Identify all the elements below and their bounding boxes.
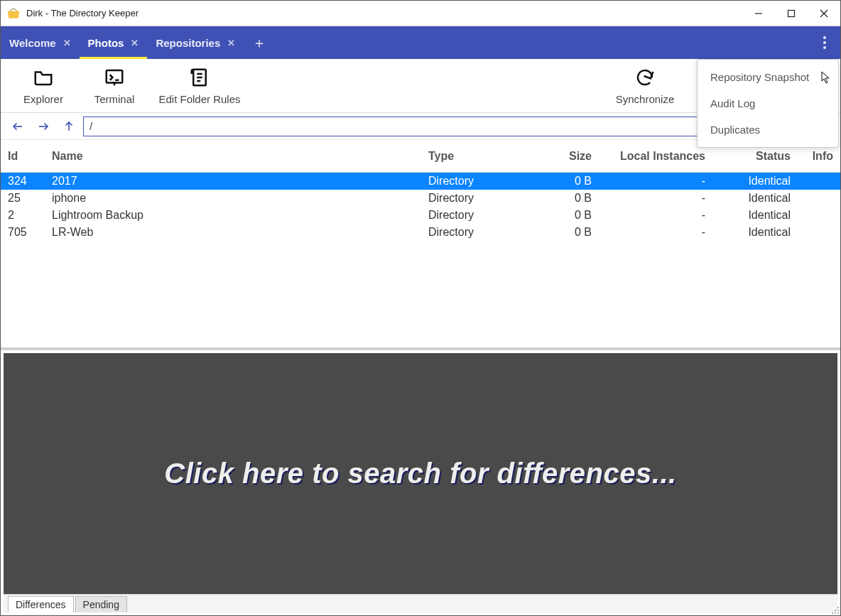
svg-rect-7 bbox=[107, 70, 123, 83]
svg-point-22 bbox=[835, 610, 836, 611]
toolbar-label: Edit Folder Rules bbox=[158, 93, 240, 105]
cell-name: 2017 bbox=[52, 175, 428, 188]
col-local-instances[interactable]: Local Instances bbox=[592, 150, 705, 163]
cell-size: 0 B bbox=[506, 209, 592, 222]
cell-local: - bbox=[592, 192, 705, 205]
svg-point-4 bbox=[823, 36, 826, 39]
more-menu-button[interactable] bbox=[809, 26, 840, 59]
svg-rect-1 bbox=[788, 10, 795, 16]
toolbar: Explorer Terminal Edit Folder Rules Sync… bbox=[1, 59, 840, 113]
close-icon[interactable]: ✕ bbox=[63, 38, 71, 48]
resize-grip-icon[interactable] bbox=[830, 605, 840, 615]
col-size[interactable]: Size bbox=[506, 150, 592, 163]
table-row[interactable]: 705LR-WebDirectory0 B-Identical bbox=[1, 224, 840, 241]
close-icon[interactable]: ✕ bbox=[131, 38, 139, 48]
tab-strip: Welcome ✕ Photos ✕ Repositories ✕ ＋ bbox=[1, 26, 840, 59]
tab-repositories[interactable]: Repositories ✕ bbox=[147, 26, 244, 59]
col-status[interactable]: Status bbox=[705, 150, 791, 163]
cell-status: Identical bbox=[705, 209, 791, 222]
differences-search-area[interactable]: Click here to search for differences... bbox=[4, 353, 837, 594]
cell-size: 0 B bbox=[506, 226, 592, 239]
cell-id: 2 bbox=[8, 209, 52, 222]
toolbar-label: Explorer bbox=[23, 93, 63, 105]
cell-id: 324 bbox=[8, 175, 52, 188]
terminal-icon bbox=[104, 67, 125, 90]
bottom-tab-differences[interactable]: Differences bbox=[8, 596, 74, 612]
synchronize-button[interactable]: Synchronize bbox=[606, 59, 684, 112]
col-type[interactable]: Type bbox=[428, 150, 506, 163]
cell-type: Directory bbox=[428, 226, 506, 239]
menu-item-duplicates[interactable]: Duplicates bbox=[698, 117, 838, 143]
tab-welcome[interactable]: Welcome ✕ bbox=[1, 26, 80, 59]
cell-name: iphone bbox=[52, 192, 428, 205]
cell-local: - bbox=[592, 226, 705, 239]
cell-name: Lightroom Backup bbox=[52, 209, 428, 222]
cell-type: Directory bbox=[428, 209, 506, 222]
tab-label: Repositories bbox=[156, 37, 220, 49]
cell-id: 25 bbox=[8, 192, 52, 205]
table-row[interactable]: 2Lightroom BackupDirectory0 B-Identical bbox=[1, 207, 840, 224]
rules-icon bbox=[189, 67, 210, 90]
window-title: Dirk - The Directory Keeper bbox=[26, 8, 139, 18]
cell-local: - bbox=[592, 175, 705, 188]
explorer-button[interactable]: Explorer bbox=[8, 59, 79, 112]
svg-point-25 bbox=[835, 612, 836, 614]
table-row[interactable]: 3242017Directory0 B-Identical bbox=[1, 173, 840, 190]
col-name[interactable]: Name bbox=[52, 150, 428, 163]
menu-item-repository-snapshot[interactable]: Repository Snapshot bbox=[698, 64, 838, 90]
svg-point-23 bbox=[837, 610, 839, 611]
add-tab-button[interactable]: ＋ bbox=[244, 26, 275, 59]
col-info[interactable]: Info bbox=[791, 150, 833, 163]
col-id[interactable]: Id bbox=[8, 150, 52, 163]
titlebar: Dirk - The Directory Keeper bbox=[1, 1, 840, 26]
cell-status: Identical bbox=[705, 175, 791, 188]
cell-type: Directory bbox=[428, 175, 506, 188]
bottom-tab-pending[interactable]: Pending bbox=[75, 596, 127, 612]
terminal-button[interactable]: Terminal bbox=[79, 59, 150, 112]
app-window: Dirk - The Directory Keeper Welcome ✕ Ph… bbox=[0, 0, 841, 616]
close-button[interactable] bbox=[808, 1, 840, 26]
minimize-button[interactable] bbox=[742, 1, 775, 26]
cell-local: - bbox=[592, 209, 705, 222]
svg-point-6 bbox=[823, 46, 826, 49]
cell-type: Directory bbox=[428, 192, 506, 205]
toolbar-overflow-menu: Repository Snapshot Audit Log Duplicates bbox=[697, 59, 839, 148]
differences-prompt: Click here to search for differences... bbox=[164, 458, 676, 490]
cell-id: 705 bbox=[8, 226, 52, 239]
nav-forward-button[interactable] bbox=[32, 116, 55, 137]
cell-size: 0 B bbox=[506, 192, 592, 205]
close-icon[interactable]: ✕ bbox=[227, 38, 235, 48]
cell-status: Identical bbox=[705, 226, 791, 239]
tab-photos[interactable]: Photos ✕ bbox=[80, 26, 148, 59]
cell-status: Identical bbox=[705, 192, 791, 205]
cell-name: LR-Web bbox=[52, 226, 428, 239]
toolbar-label: Terminal bbox=[94, 93, 135, 105]
bottom-tab-bar: Differences Pending bbox=[4, 594, 837, 612]
tab-label: Welcome bbox=[9, 37, 56, 49]
sync-icon bbox=[634, 67, 656, 90]
table-row[interactable]: 25iphoneDirectory0 B-Identical bbox=[1, 190, 840, 207]
app-icon bbox=[6, 6, 21, 21]
svg-point-5 bbox=[823, 41, 826, 44]
nav-up-button[interactable] bbox=[58, 116, 80, 137]
folder-icon bbox=[33, 67, 54, 90]
tab-label: Photos bbox=[88, 37, 124, 49]
svg-point-26 bbox=[837, 612, 839, 614]
maximize-button[interactable] bbox=[775, 1, 808, 26]
file-table: Id Name Type Size Local Instances Status… bbox=[1, 140, 840, 347]
svg-point-24 bbox=[832, 612, 833, 614]
nav-back-button[interactable] bbox=[6, 116, 29, 137]
differences-pane: Click here to search for differences... … bbox=[1, 347, 840, 615]
toolbar-label: Synchronize bbox=[616, 93, 675, 105]
cell-size: 0 B bbox=[506, 175, 592, 188]
edit-folder-rules-button[interactable]: Edit Folder Rules bbox=[150, 59, 249, 112]
menu-item-audit-log[interactable]: Audit Log bbox=[698, 90, 838, 117]
svg-point-21 bbox=[837, 607, 839, 608]
